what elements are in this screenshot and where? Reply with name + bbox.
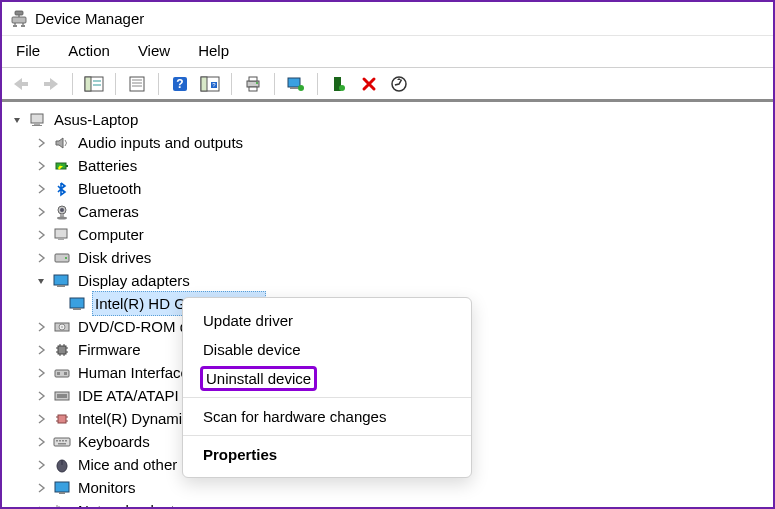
tree-item-disk-drives[interactable]: Disk drives [10, 246, 769, 269]
svg-rect-32 [34, 123, 40, 125]
svg-rect-44 [54, 275, 68, 285]
app-icon [10, 10, 28, 28]
svg-point-43 [65, 257, 67, 259]
svg-point-24 [256, 82, 258, 84]
tree-item-label: Computer [76, 223, 146, 246]
context-separator [183, 435, 471, 436]
tree-item-label: Human Interface [76, 361, 191, 384]
menu-file[interactable]: File [12, 40, 44, 61]
forward-button[interactable] [38, 72, 64, 96]
svg-rect-72 [59, 440, 61, 442]
context-disable-device[interactable]: Disable device [183, 335, 471, 364]
svg-rect-70 [54, 438, 70, 446]
svg-rect-31 [31, 114, 43, 123]
chevron-down-icon[interactable] [34, 274, 48, 288]
svg-rect-21 [247, 81, 259, 87]
svg-rect-26 [290, 87, 298, 89]
tree-item-audio[interactable]: Audio inputs and outputs [10, 131, 769, 154]
chip-icon [52, 410, 72, 428]
menu-bar: File Action View Help [2, 36, 773, 68]
svg-rect-71 [56, 440, 58, 442]
tree-item-label: Network adapters [76, 499, 198, 509]
uninstall-device-button[interactable] [356, 72, 382, 96]
toolbar-separator [274, 73, 275, 95]
back-button[interactable] [8, 72, 34, 96]
svg-text:?: ? [176, 77, 183, 91]
svg-rect-35 [66, 165, 68, 167]
tree-root-label: Asus-Laptop [52, 108, 140, 131]
tree-item-label: Disk drives [76, 246, 153, 269]
svg-rect-40 [55, 229, 67, 238]
tree-item-label: DVD/CD-ROM d [76, 315, 190, 338]
tree-item-label: Bluetooth [76, 177, 143, 200]
tree-item-label: Cameras [76, 200, 141, 223]
speaker-icon [52, 134, 72, 152]
svg-point-39 [57, 216, 67, 219]
help-button[interactable]: ? [167, 72, 193, 96]
tree-item-label: Mice and other [76, 453, 179, 476]
context-properties[interactable]: Properties [183, 440, 471, 469]
svg-rect-1 [12, 17, 26, 23]
computer-icon [52, 226, 72, 244]
tree-item-label: Batteries [76, 154, 139, 177]
battery-icon [52, 157, 72, 175]
chevron-right-icon[interactable] [34, 320, 48, 334]
hid-icon [52, 364, 72, 382]
toolbar-separator [72, 73, 73, 95]
menu-view[interactable]: View [134, 40, 174, 61]
title-bar: Device Manager [2, 2, 773, 36]
toolbar-separator [115, 73, 116, 95]
properties-button[interactable] [124, 72, 150, 96]
chevron-right-icon[interactable] [34, 205, 48, 219]
chevron-right-icon[interactable] [34, 481, 48, 495]
show-hide-tree-button[interactable] [81, 72, 107, 96]
svg-point-50 [61, 326, 63, 328]
expand-icon[interactable] [10, 113, 24, 127]
tree-item-cameras[interactable]: Cameras [10, 200, 769, 223]
chevron-right-icon[interactable] [34, 182, 48, 196]
update-driver-button[interactable] [283, 72, 309, 96]
chevron-right-icon[interactable] [34, 251, 48, 265]
display-adapter-icon [52, 272, 72, 290]
tree-item-label: Keyboards [76, 430, 152, 453]
toolbar: ? ? [2, 68, 773, 102]
chevron-right-icon[interactable] [34, 366, 48, 380]
chevron-right-icon[interactable] [34, 136, 48, 150]
tree-item-bluetooth[interactable]: Bluetooth [10, 177, 769, 200]
svg-rect-46 [70, 298, 84, 308]
chevron-right-icon[interactable] [34, 412, 48, 426]
enable-device-button[interactable] [326, 72, 352, 96]
tree-item-computer[interactable]: Computer [10, 223, 769, 246]
context-scan-hardware[interactable]: Scan for hardware changes [183, 402, 471, 431]
context-update-driver[interactable]: Update driver [183, 306, 471, 335]
svg-rect-0 [15, 11, 23, 15]
tree-item-network-adapters[interactable]: Network adapters [10, 499, 769, 509]
chevron-right-icon[interactable] [34, 435, 48, 449]
menu-help[interactable]: Help [194, 40, 233, 61]
tree-item-batteries[interactable]: Batteries [10, 154, 769, 177]
chevron-right-icon[interactable] [34, 389, 48, 403]
tree-item-monitors[interactable]: Monitors [10, 476, 769, 499]
chevron-right-icon[interactable] [34, 504, 48, 510]
monitor-icon [52, 479, 72, 497]
tree-item-label: Firmware [76, 338, 143, 361]
ide-icon [52, 387, 72, 405]
chevron-right-icon[interactable] [34, 159, 48, 173]
chevron-right-icon[interactable] [34, 228, 48, 242]
tree-item-label: Monitors [76, 476, 138, 499]
svg-rect-18 [201, 77, 207, 91]
svg-rect-73 [62, 440, 64, 442]
action-help-button[interactable]: ? [197, 72, 223, 96]
print-button[interactable] [240, 72, 266, 96]
scan-hardware-button[interactable] [386, 72, 412, 96]
context-uninstall-device[interactable]: Uninstall device [200, 366, 317, 391]
tree-root[interactable]: Asus-Laptop [10, 108, 769, 131]
toolbar-separator [231, 73, 232, 95]
tree-item-label: Display adapters [76, 269, 192, 292]
chevron-right-icon[interactable] [34, 343, 48, 357]
chevron-right-icon[interactable] [34, 458, 48, 472]
menu-action[interactable]: Action [64, 40, 114, 61]
svg-rect-3 [13, 25, 17, 27]
svg-rect-8 [85, 77, 91, 91]
tree-item-display-adapters[interactable]: Display adapters [10, 269, 769, 292]
